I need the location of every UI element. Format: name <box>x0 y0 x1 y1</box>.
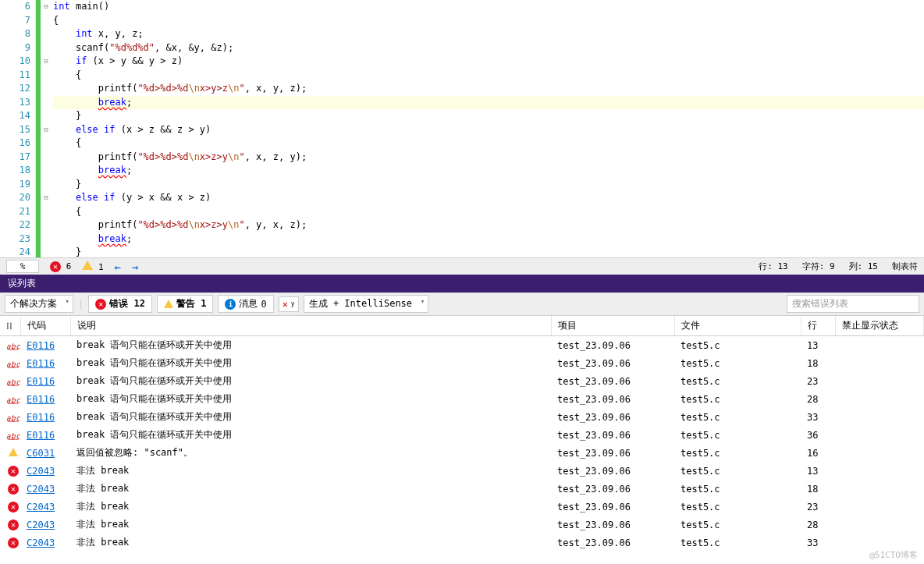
col-desc[interactable]: 说明 <box>70 316 551 336</box>
error-project: test_23.09.06 <box>551 480 674 498</box>
error-project: test_23.09.06 <box>551 408 674 426</box>
error-line: 28 <box>801 390 835 408</box>
error-list-toolbar: 个解决方案 | ✕错误 12 警告 1 i消息 0 ✕y 生成 + Intell… <box>0 293 924 316</box>
error-row[interactable]: a͟b͟c E0116 break 语句只能在循环或开关中使用 test_23.… <box>0 390 924 408</box>
error-file: test5.c <box>674 516 801 534</box>
error-code-link[interactable]: E0116 <box>27 430 55 441</box>
error-code-link[interactable]: E0116 <box>27 358 55 369</box>
nav-next-icon[interactable]: → <box>132 261 138 273</box>
error-row[interactable]: ✕ C2043 非法 break test_23.09.06 test5.c 2… <box>0 498 924 516</box>
error-description: break 语句只能在循环或开关中使用 <box>70 390 551 408</box>
col-file[interactable]: 文件 <box>674 316 801 336</box>
cursor-char: 字符: 9 <box>802 261 835 272</box>
code-editor[interactable]: 6789101112131415161718192021222324 ⊟ ⊟ ⊟… <box>0 0 924 257</box>
errors-filter-button[interactable]: ✕错误 12 <box>88 295 152 313</box>
error-line: 13 <box>801 462 835 480</box>
table-header-row[interactable]: ⁞⁞ 代码 说明 项目 文件 行 禁止显示状态 <box>0 316 924 336</box>
error-code-link[interactable]: E0116 <box>27 394 55 405</box>
error-description: break 语句只能在循环或开关中使用 <box>70 372 551 390</box>
error-description: break 语句只能在循环或开关中使用 <box>70 354 551 372</box>
clear-filter-button[interactable]: ✕y <box>279 296 299 312</box>
cursor-line: 行: 13 <box>759 261 788 272</box>
warnings-filter-button[interactable]: 警告 1 <box>157 295 213 313</box>
error-row[interactable]: ✕ C2043 非法 break test_23.09.06 test5.c 2… <box>0 516 924 534</box>
error-line: 18 <box>801 480 835 498</box>
watermark: @51CTO博客 <box>869 549 918 561</box>
error-row[interactable]: ✕ C2043 非法 break test_23.09.06 test5.c 3… <box>0 534 924 550</box>
error-code-link[interactable]: E0116 <box>27 412 55 423</box>
solution-dropdown[interactable]: 个解决方案 <box>5 295 73 313</box>
error-project: test_23.09.06 <box>551 390 674 408</box>
error-description: break 语句只能在循环或开关中使用 <box>70 408 551 426</box>
error-icon: a͟b͟c <box>6 342 20 350</box>
error-project: test_23.09.06 <box>551 372 674 390</box>
error-row[interactable]: ✕ C2043 非法 break test_23.09.06 test5.c 1… <box>0 480 924 498</box>
build-scope-dropdown[interactable]: 生成 + IntelliSense <box>304 295 428 313</box>
error-file: test5.c <box>674 462 801 480</box>
warning-icon <box>6 448 20 456</box>
code-area[interactable]: int main(){ int x, y, z; scanf("%d%d%d",… <box>52 0 924 257</box>
error-summary[interactable]: ✕ 6 <box>50 261 71 272</box>
error-row[interactable]: a͟b͟c E0116 break 语句只能在循环或开关中使用 test_23.… <box>0 372 924 390</box>
search-input[interactable]: 搜索错误列表 <box>787 295 919 313</box>
col-line[interactable]: 行 <box>801 316 835 336</box>
error-icon: a͟b͟c <box>6 432 20 440</box>
col-suppress[interactable]: 禁止显示状态 <box>835 316 924 336</box>
error-icon: ✕ <box>6 520 20 530</box>
error-project: test_23.09.06 <box>551 498 674 516</box>
error-row[interactable]: ✕ C2043 非法 break test_23.09.06 test5.c 1… <box>0 462 924 480</box>
error-row[interactable]: a͟b͟c E0116 break 语句只能在循环或开关中使用 test_23.… <box>0 426 924 444</box>
error-icon: a͟b͟c <box>6 360 20 368</box>
error-file: test5.c <box>674 372 801 390</box>
error-project: test_23.09.06 <box>551 444 674 462</box>
error-description: 非法 break <box>70 516 551 534</box>
error-project: test_23.09.06 <box>551 426 674 444</box>
error-description: break 语句只能在循环或开关中使用 <box>70 426 551 444</box>
error-project: test_23.09.06 <box>551 336 674 355</box>
line-number-gutter: 6789101112131415161718192021222324 <box>0 0 36 257</box>
col-code[interactable]: 代码 <box>20 316 70 336</box>
messages-filter-button[interactable]: i消息 0 <box>218 295 273 313</box>
error-line: 33 <box>801 408 835 426</box>
error-code-link[interactable]: C2043 <box>27 537 55 548</box>
error-project: test_23.09.06 <box>551 516 674 534</box>
error-code-link[interactable]: C2043 <box>27 484 55 495</box>
error-description: 非法 break <box>70 480 551 498</box>
fold-gutter[interactable]: ⊟ ⊟ ⊟ ⊟ <box>41 0 52 257</box>
nav-prev-icon[interactable]: ← <box>115 261 121 273</box>
error-line: 23 <box>801 372 835 390</box>
error-row[interactable]: a͟b͟c E0116 break 语句只能在循环或开关中使用 test_23.… <box>0 408 924 426</box>
error-file: test5.c <box>674 354 801 372</box>
error-code-link[interactable]: C6031 <box>27 448 55 459</box>
error-line: 33 <box>801 534 835 550</box>
error-code-link[interactable]: E0116 <box>27 376 55 387</box>
col-project[interactable]: 项目 <box>551 316 674 336</box>
error-file: test5.c <box>674 408 801 426</box>
error-code-link[interactable]: C2043 <box>27 502 55 513</box>
editor-statusbar: % ✕ 6 1 ← → 行: 13 字符: 9 列: 15 制表符 <box>0 257 924 275</box>
error-description: break 语句只能在循环或开关中使用 <box>70 336 551 355</box>
error-line: 16 <box>801 444 835 462</box>
error-line: 23 <box>801 498 835 516</box>
error-icon: a͟b͟c <box>6 414 20 422</box>
warning-summary[interactable]: 1 <box>82 261 103 272</box>
error-code-link[interactable]: E0116 <box>27 340 55 351</box>
cursor-col: 列: 15 <box>849 261 879 272</box>
error-list-table[interactable]: ⁞⁞ 代码 说明 项目 文件 行 禁止显示状态 a͟b͟c E0116 brea… <box>0 316 924 550</box>
error-row[interactable]: a͟b͟c E0116 break 语句只能在循环或开关中使用 test_23.… <box>0 354 924 372</box>
error-project: test_23.09.06 <box>551 462 674 480</box>
zoom-indicator[interactable]: % <box>6 260 39 273</box>
error-code-link[interactable]: C2043 <box>27 466 55 477</box>
error-code-link[interactable]: C2043 <box>27 520 55 530</box>
error-description: 非法 break <box>70 498 551 516</box>
error-line: 13 <box>801 336 835 355</box>
error-file: test5.c <box>674 534 801 550</box>
error-icon: ✕ <box>6 484 20 495</box>
error-description: 非法 break <box>70 462 551 480</box>
error-row[interactable]: a͟b͟c E0116 break 语句只能在循环或开关中使用 test_23.… <box>0 336 924 355</box>
error-list-panel-header: 误列表 <box>0 275 924 293</box>
error-icon: a͟b͟c <box>6 378 20 386</box>
error-row[interactable]: C6031 返回值被忽略: "scanf"。 test_23.09.06 tes… <box>0 444 924 462</box>
col-icon[interactable]: ⁞⁞ <box>0 316 20 336</box>
error-description: 非法 break <box>70 534 551 550</box>
